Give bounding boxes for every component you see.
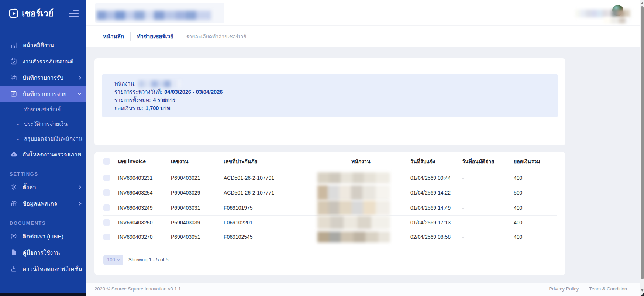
row-checkbox[interactable]	[103, 175, 110, 181]
select-all-checkbox[interactable]	[103, 158, 110, 165]
cell-invoice: INV690403270	[118, 230, 171, 244]
cell-approved: -	[462, 185, 514, 200]
sidebar-subitem-pay-history[interactable]: - ประวัติการจ่ายเงิน	[0, 117, 86, 131]
employee-label: พนักงาน:	[114, 80, 135, 87]
table-row: INV690403231 P690403021 ACD501-26-2-1077…	[103, 171, 557, 185]
table-row: INV690403249 P690403031 F069101975 01/04…	[103, 200, 557, 215]
chat-icon	[10, 232, 18, 240]
scroll-down-arrow-icon[interactable]	[641, 289, 644, 292]
redacted-employee-cell	[317, 185, 390, 200]
sidebar-item-download-app[interactable]: ดาวน์โหลดแอปพลิเคชั่น	[0, 261, 86, 277]
breadcrumb: หน้าหลัก ทำจ่ายเชอร์เวย์ รายละเอียดทำจ่า…	[86, 26, 644, 47]
sidebar-item-label: บันทึกรายการจ่าย	[23, 89, 66, 99]
cell-job: P690403021	[171, 171, 224, 185]
sidebar-subitem-pay-summary[interactable]: - สรุปยอดจ่ายเงินพนักงาน	[0, 131, 86, 146]
scrollbar[interactable]	[640, 0, 644, 296]
terms-link[interactable]: Team & Condition	[589, 286, 627, 292]
sidebar-item-pay[interactable]: บันทึกรายการจ่าย	[0, 86, 86, 102]
redacted-employee-cell	[317, 172, 390, 183]
content: พนักงาน: รายการระหว่างวันที่: 04/03/2026…	[86, 47, 644, 283]
bar-chart-icon	[10, 41, 18, 49]
sidebar-item-label: บันทึกรายการรับ	[23, 73, 63, 82]
app-logo[interactable]: เชอร์เวย์	[8, 7, 54, 20]
sidebar-item-label: งานสำรวจภัยรถยนต์	[23, 57, 73, 66]
sidebar-item-settings[interactable]: ตั้งค่า	[0, 179, 86, 195]
summary-card: พนักงาน: รายการระหว่างวันที่: 04/03/2026…	[94, 58, 565, 145]
invoice-table: เลข Invoice เลขงาน เลขที่ประกันภัย พนักง…	[103, 152, 557, 244]
gift-icon	[10, 199, 18, 207]
cell-reported: 01/04/2569 14:22	[410, 185, 462, 200]
cell-job: P690403031	[171, 200, 224, 215]
row-checkbox[interactable]	[103, 219, 110, 226]
cell-invoice: INV690403231	[118, 171, 171, 185]
footer: 2020 © Source Square innovation v3.1.1 P…	[86, 283, 644, 296]
sidebar-section-settings: SETTINGS	[0, 171, 86, 177]
pagination: 100 Showing 1 - 5 of 5	[103, 244, 557, 265]
chevron-right-icon	[78, 186, 81, 189]
amount-value: 1,700 บาท	[145, 104, 170, 112]
app-window: เชอร์เวย์ หน้าสถิติงาน	[0, 0, 644, 296]
sidebar-item-label: ตั้งค่า	[23, 183, 36, 192]
gear-icon	[10, 183, 18, 191]
sidebar-item-stats[interactable]: หน้าสถิติงาน	[0, 37, 86, 53]
scrollbar-thumb[interactable]	[641, 6, 644, 279]
sidebar-toggle-icon[interactable]	[68, 8, 79, 18]
sidebar-item-upload[interactable]: อัพโหลดงานตรวจสภาพ	[0, 146, 86, 162]
col-reported: วันที่รับแจ้ง	[410, 152, 462, 171]
sidebar-item-manual[interactable]: คู่มือการใช้งาน	[0, 244, 86, 261]
sidebar-section-documents: DOCUMENTS	[0, 220, 86, 226]
row-checkbox[interactable]	[103, 234, 110, 240]
col-job: เลขงาน	[171, 152, 224, 171]
sidebar-item-survey[interactable]: งานสำรวจภัยรถยนต์	[0, 53, 86, 69]
copyright-text: 2020 © Source Square innovation v3.1.1	[94, 286, 181, 292]
cell-amount: 400	[514, 215, 557, 230]
redaction-blur	[97, 11, 211, 20]
sidebar-bottom-strip	[0, 293, 86, 296]
col-approved: วันที่อนุมัติจ่าย	[462, 152, 514, 171]
page-size-select[interactable]: 100	[103, 255, 123, 265]
col-policy: เลขที่ประกันภัย	[224, 152, 351, 171]
date-range-value: 04/03/2026 - 03/04/2026	[164, 88, 223, 96]
logo-icon	[8, 7, 20, 20]
cell-invoice: INV690403250	[118, 215, 171, 230]
document-icon	[10, 248, 18, 257]
cell-reported: 01/04/2569 14:49	[410, 200, 462, 215]
main-area: หน้าหลัก ทำจ่ายเชอร์เวย์ รายละเอียดทำจ่า…	[86, 0, 644, 296]
user-menu[interactable]	[570, 1, 633, 24]
cell-reported: 02/04/2569 08:58	[410, 230, 462, 244]
cell-approved: -	[462, 171, 514, 185]
cell-amount: 400	[514, 171, 557, 185]
col-amount: ยอดเงินรวม	[514, 152, 557, 171]
dash-bullet: -	[17, 106, 19, 113]
sidebar-subitem-pay-survey[interactable]: - ทำจ่ายเชอร์เวย์	[0, 102, 86, 117]
list-icon	[10, 90, 18, 98]
sidebar-item-package[interactable]: ข้อมูลแพคเกจ	[0, 195, 86, 211]
sidebar-item-label: ข้อมูลแพคเกจ	[23, 199, 57, 208]
breadcrumb-separator	[180, 32, 180, 41]
row-checkbox[interactable]	[103, 204, 110, 211]
cell-job: P690403029	[171, 185, 224, 200]
sidebar-subitem-label: ทำจ่ายเชอร์เวย์	[24, 105, 61, 114]
dash-bullet: -	[17, 136, 19, 142]
table-header-row: เลข Invoice เลขงาน เลขที่ประกันภัย พนักง…	[103, 152, 557, 171]
showing-range-text: Showing 1 - 5 of 5	[128, 257, 169, 262]
table-row: INV690403254 P690403029 ACD501-26-2-1077…	[103, 185, 557, 200]
scroll-up-arrow-icon[interactable]	[641, 2, 644, 4]
breadcrumb-home[interactable]: หน้าหลัก	[103, 32, 124, 41]
redacted-employee-cell	[317, 216, 390, 229]
sidebar-item-contact-line[interactable]: ติดต่อเรา (LINE)	[0, 228, 86, 244]
total-label: รายการทั้งหมด:	[114, 96, 151, 104]
privacy-policy-link[interactable]: Privecy Policy	[549, 286, 579, 292]
summary-total-line: รายการทั้งหมด: 4 รายการ	[114, 96, 551, 104]
redacted-employee-name	[138, 80, 181, 87]
breadcrumb-separator	[130, 32, 131, 41]
total-value: 4 รายการ	[153, 96, 175, 104]
cell-invoice: INV690403254	[118, 185, 171, 200]
copy-icon	[10, 73, 18, 82]
row-checkbox[interactable]	[103, 189, 110, 196]
dash-bullet: -	[17, 121, 19, 127]
sidebar-item-receive[interactable]: บันทึกรายการรับ	[0, 69, 86, 86]
breadcrumb-section[interactable]: ทำจ่ายเชอร์เวย์	[137, 32, 173, 41]
cell-approved: -	[462, 200, 514, 215]
cell-amount: 400	[514, 200, 557, 215]
